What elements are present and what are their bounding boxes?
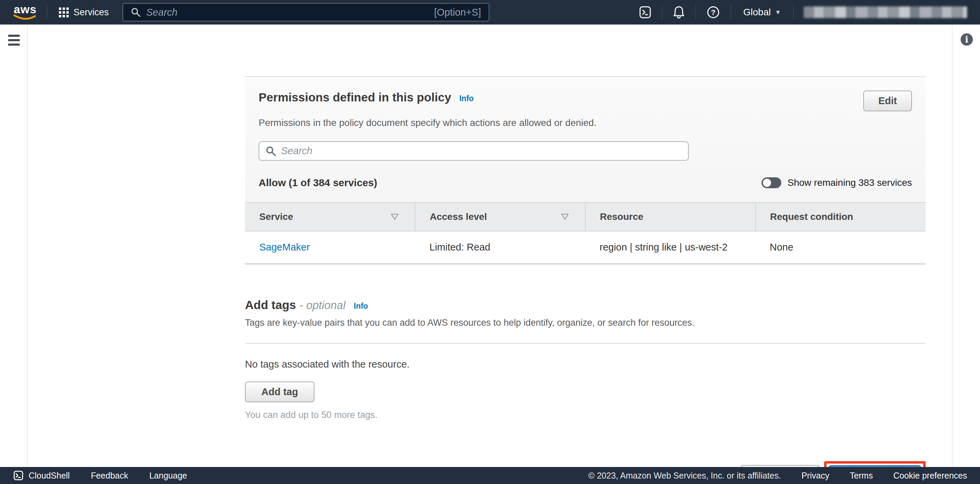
- copyright-text: © 2023, Amazon Web Services, Inc. or its…: [588, 471, 781, 481]
- global-search-placeholder: Search: [146, 7, 434, 18]
- optional-label: - optional: [299, 299, 346, 311]
- footer-right-group: © 2023, Amazon Web Services, Inc. or its…: [588, 471, 967, 481]
- permissions-search-input[interactable]: [281, 145, 682, 156]
- services-grid-icon: [59, 8, 69, 18]
- column-header-request-condition[interactable]: Request condition: [756, 202, 926, 231]
- add-tags-info-link[interactable]: Info: [354, 302, 368, 311]
- allow-summary-row: Allow (1 of 384 services) Show remaining…: [259, 177, 912, 189]
- search-shortcut-hint: [Option+S]: [434, 7, 481, 18]
- cell-service: SageMaker: [245, 231, 415, 264]
- footer-left-group: CloudShell Feedback Language: [14, 471, 187, 481]
- cell-resource: region | string like | us-west-2: [585, 231, 756, 264]
- region-selector[interactable]: Global ▼: [731, 0, 793, 24]
- no-tags-message: No tags associated with the resource.: [245, 359, 926, 370]
- add-tag-button[interactable]: Add tag: [245, 382, 314, 402]
- hamburger-menu-icon[interactable]: [8, 35, 20, 48]
- cloudshell-terminal-icon: [640, 6, 651, 18]
- services-menu-button[interactable]: Services: [47, 0, 121, 24]
- question-mark-icon: ?: [707, 6, 720, 19]
- permissions-table: Service Access level Resou: [245, 202, 926, 264]
- add-tags-title: Add tags- optional: [245, 298, 346, 312]
- add-tags-description: Tags are key-value pairs that you can ad…: [245, 318, 926, 328]
- show-remaining-group: Show remaining 383 services: [762, 177, 912, 188]
- content-column: Permissions defined in this policy Info …: [245, 24, 926, 467]
- section-divider: [245, 343, 926, 344]
- search-icon: [266, 146, 276, 156]
- filter-triangle-icon[interactable]: [560, 213, 569, 221]
- bell-icon: [673, 6, 685, 19]
- nav-left-group: aws Services Search [Option+S]: [0, 0, 489, 24]
- cookie-preferences-link[interactable]: Cookie preferences: [893, 471, 967, 481]
- permissions-summary-panel: Permissions defined in this policy Info …: [245, 76, 926, 248]
- cell-request-condition: None: [756, 231, 926, 264]
- red-annotation-highlight: Create policy: [824, 461, 926, 467]
- show-remaining-toggle[interactable]: [762, 177, 781, 188]
- info-icon[interactable]: i: [961, 33, 973, 46]
- permissions-title: Permissions defined in this policy: [259, 91, 451, 104]
- account-menu-button[interactable]: [794, 0, 980, 24]
- cloudshell-label: CloudShell: [29, 471, 70, 481]
- permissions-search-box: [259, 141, 689, 161]
- svg-text:?: ?: [711, 8, 716, 17]
- cell-access-level: Limited: Read: [415, 231, 585, 264]
- cloudshell-terminal-icon: [14, 471, 23, 480]
- filter-triangle-icon[interactable]: [390, 213, 399, 221]
- main-content-area: Permissions defined in this policy Info …: [28, 24, 952, 467]
- left-sidebar-rail: [0, 24, 27, 467]
- permissions-info-link[interactable]: Info: [460, 94, 474, 103]
- aws-logo-text: aws: [12, 4, 38, 14]
- add-tags-header-row: Add tags- optional Info: [245, 298, 926, 312]
- table-row: SageMaker Limited: Read region | string …: [245, 231, 926, 264]
- terms-link[interactable]: Terms: [850, 471, 873, 481]
- permissions-description: Permissions in the policy document speci…: [259, 118, 912, 128]
- nav-right-group: ? Global ▼: [628, 0, 980, 24]
- redacted-account-name: [804, 6, 967, 18]
- feedback-link[interactable]: Feedback: [91, 471, 128, 481]
- add-tags-section: Add tags- optional Info Tags are key-val…: [245, 298, 926, 420]
- language-link[interactable]: Language: [150, 471, 187, 481]
- edit-button-wrap: Edit: [863, 91, 912, 111]
- permissions-header-row: Permissions defined in this policy Info …: [259, 91, 912, 111]
- service-link[interactable]: SageMaker: [259, 242, 310, 253]
- column-header-access-level[interactable]: Access level: [415, 202, 585, 231]
- cloudshell-footer-button[interactable]: CloudShell: [14, 471, 70, 481]
- cloudshell-nav-button[interactable]: [628, 0, 662, 24]
- global-search-input[interactable]: Search [Option+S]: [123, 3, 489, 21]
- chevron-down-icon: ▼: [775, 9, 781, 16]
- table-header-row: Service Access level Resou: [245, 202, 926, 231]
- column-header-service[interactable]: Service: [245, 202, 415, 231]
- allow-services-heading: Allow (1 of 384 services): [259, 177, 377, 189]
- edit-button[interactable]: Edit: [863, 91, 912, 111]
- top-navigation-bar: aws Services Search [Option+S]: [0, 0, 980, 24]
- help-button[interactable]: ?: [696, 0, 730, 24]
- region-label: Global: [743, 7, 771, 18]
- right-help-rail: i: [952, 24, 980, 467]
- aws-logo[interactable]: aws: [12, 4, 38, 21]
- services-label: Services: [73, 7, 109, 18]
- notifications-button[interactable]: [662, 0, 695, 24]
- toggle-knob: [763, 179, 771, 187]
- column-header-resource[interactable]: Resource: [585, 202, 756, 231]
- show-remaining-label: Show remaining 383 services: [788, 177, 912, 188]
- privacy-link[interactable]: Privacy: [801, 471, 829, 481]
- search-icon: [130, 7, 141, 18]
- tags-helper-text: You can add up to 50 more tags.: [245, 410, 926, 420]
- footer-bar: CloudShell Feedback Language © 2023, Ama…: [0, 467, 980, 484]
- wizard-actions-row: Cancel Previous Create policy: [245, 461, 926, 467]
